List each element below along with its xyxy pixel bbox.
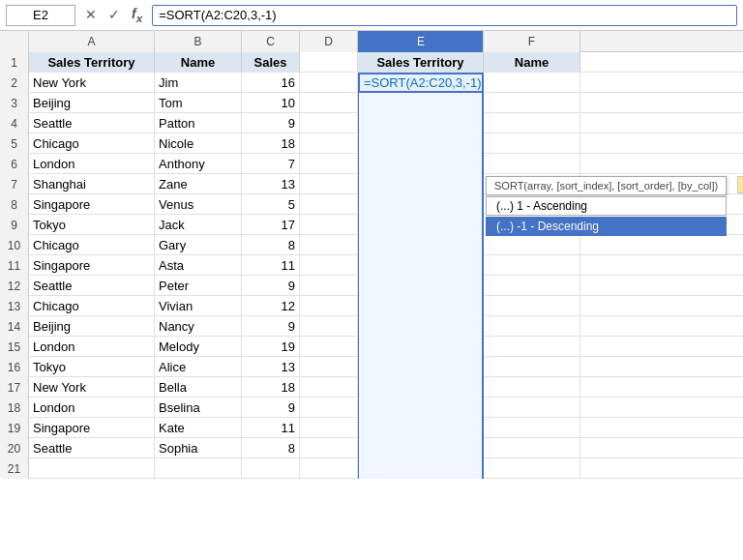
cell-b4[interactable]: Patton (155, 113, 242, 133)
cell-d6[interactable] (300, 154, 358, 174)
cell-b20[interactable]: Sophia (155, 438, 242, 458)
cell-d17[interactable] (300, 377, 358, 398)
cell-e4[interactable] (358, 113, 484, 133)
cell-a4[interactable]: Seattle (29, 113, 155, 133)
cell-c5[interactable]: 18 (242, 133, 300, 154)
cell-a15[interactable]: London (29, 337, 155, 357)
cell-a13[interactable]: Chicago (29, 296, 155, 316)
cell-f15[interactable] (484, 337, 580, 357)
cell-c21[interactable] (242, 458, 300, 479)
cell-b16[interactable]: Alice (155, 357, 242, 377)
cell-f13[interactable] (484, 296, 580, 316)
cell-c20[interactable]: 8 (242, 438, 300, 458)
cell-f14[interactable] (484, 316, 580, 337)
cell-c1[interactable]: Sales (242, 52, 300, 73)
cell-e3[interactable] (358, 93, 484, 113)
cell-e11[interactable] (358, 255, 484, 276)
cell-d2[interactable] (300, 73, 358, 93)
confirm-icon[interactable]: ✓ (104, 5, 124, 24)
cell-f18[interactable] (484, 398, 580, 418)
cell-c4[interactable]: 9 (242, 113, 300, 133)
cell-d1[interactable] (300, 52, 358, 73)
cell-reference-box[interactable]: E2 (6, 5, 75, 26)
cell-f4[interactable] (484, 113, 580, 133)
cell-f16[interactable] (484, 357, 580, 377)
cell-c2[interactable]: 16 (242, 73, 300, 93)
cell-c9[interactable]: 17 (242, 215, 300, 235)
cell-e2[interactable]: =SORT(A2:C20,3,-1) (358, 73, 484, 93)
cell-c15[interactable]: 19 (242, 337, 300, 357)
cell-f12[interactable] (484, 276, 580, 296)
cell-f19[interactable] (484, 418, 580, 438)
cell-b5[interactable]: Nicole (155, 133, 242, 154)
cell-e10[interactable] (358, 235, 484, 255)
cell-c19[interactable]: 11 (242, 418, 300, 438)
cell-e8[interactable] (358, 194, 484, 215)
cell-d3[interactable] (300, 93, 358, 113)
cell-f1[interactable]: Name (484, 52, 580, 73)
cell-b8[interactable]: Venus (155, 194, 242, 215)
cell-a17[interactable]: New York (29, 377, 155, 398)
cell-f11[interactable] (484, 255, 580, 276)
col-header-b[interactable]: B (155, 31, 242, 52)
cell-f10[interactable] (484, 235, 580, 255)
cell-a11[interactable]: Singapore (29, 255, 155, 276)
cell-d20[interactable] (300, 438, 358, 458)
cell-b15[interactable]: Melody (155, 337, 242, 357)
tooltip-descending[interactable]: (...) -1 - Descending (486, 217, 727, 236)
cell-b3[interactable]: Tom (155, 93, 242, 113)
cell-d11[interactable] (300, 255, 358, 276)
cell-b2[interactable]: Jim (155, 73, 242, 93)
cell-c17[interactable]: 18 (242, 377, 300, 398)
tooltip-ascending[interactable]: (...) 1 - Ascending (486, 196, 727, 216)
cell-d14[interactable] (300, 316, 358, 337)
cell-a1[interactable]: Sales Territory (29, 52, 155, 73)
cell-e6[interactable] (358, 154, 484, 174)
cell-b1[interactable]: Name (155, 52, 242, 73)
cell-c12[interactable]: 9 (242, 276, 300, 296)
cell-a19[interactable]: Singapore (29, 418, 155, 438)
cell-a10[interactable]: Chicago (29, 235, 155, 255)
col-header-c[interactable]: C (242, 31, 300, 52)
cell-d9[interactable] (300, 215, 358, 235)
cell-d16[interactable] (300, 357, 358, 377)
cell-b13[interactable]: Vivian (155, 296, 242, 316)
cell-b18[interactable]: Bselina (155, 398, 242, 418)
cell-c8[interactable]: 5 (242, 194, 300, 215)
cell-b9[interactable]: Jack (155, 215, 242, 235)
col-header-e[interactable]: E (358, 31, 484, 52)
cell-c16[interactable]: 13 (242, 357, 300, 377)
cell-a5[interactable]: Chicago (29, 133, 155, 154)
cell-f2[interactable] (484, 73, 580, 93)
cell-f6[interactable] (484, 154, 580, 174)
cell-b19[interactable]: Kate (155, 418, 242, 438)
cell-e18[interactable] (358, 398, 484, 418)
cell-d13[interactable] (300, 296, 358, 316)
cell-a12[interactable]: Seattle (29, 276, 155, 296)
cell-e5[interactable] (358, 133, 484, 154)
col-header-a[interactable]: A (29, 31, 155, 52)
cell-f21[interactable] (484, 458, 580, 479)
cell-a6[interactable]: London (29, 154, 155, 174)
cell-d10[interactable] (300, 235, 358, 255)
cell-a20[interactable]: Seattle (29, 438, 155, 458)
cell-e16[interactable] (358, 357, 484, 377)
insert-function-icon[interactable]: fx (128, 4, 146, 26)
cell-c7[interactable]: 13 (242, 174, 300, 194)
cell-d4[interactable] (300, 113, 358, 133)
cell-a21[interactable] (29, 458, 155, 479)
formula-input[interactable]: =SORT(A2:C20,3,-1) (152, 5, 737, 26)
cell-b21[interactable] (155, 458, 242, 479)
cell-f20[interactable] (484, 438, 580, 458)
cell-b17[interactable]: Bella (155, 377, 242, 398)
cell-f3[interactable] (484, 93, 580, 113)
cell-e19[interactable] (358, 418, 484, 438)
cell-c14[interactable]: 9 (242, 316, 300, 337)
cell-c10[interactable]: 8 (242, 235, 300, 255)
cell-b6[interactable]: Anthony (155, 154, 242, 174)
cell-c11[interactable]: 11 (242, 255, 300, 276)
cell-a3[interactable]: Beijing (29, 93, 155, 113)
cell-a9[interactable]: Tokyo (29, 215, 155, 235)
col-header-d[interactable]: D (300, 31, 358, 52)
cell-b10[interactable]: Gary (155, 235, 242, 255)
